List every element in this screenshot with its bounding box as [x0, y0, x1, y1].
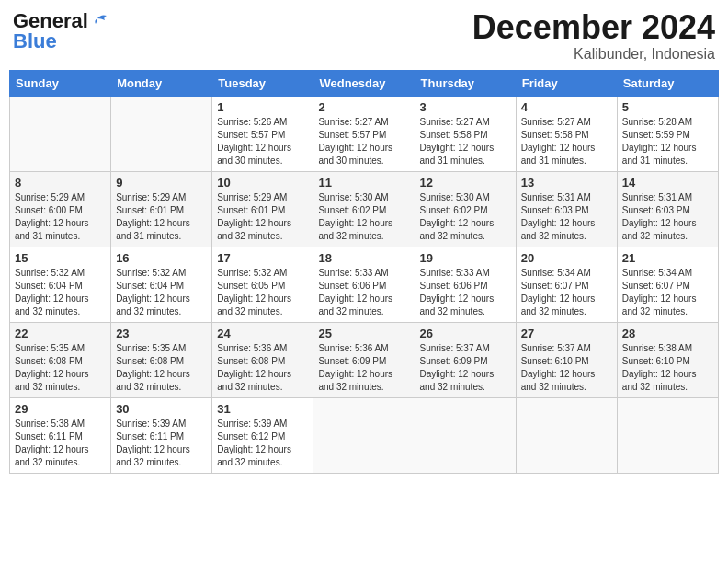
day-number: 9	[116, 176, 207, 190]
calendar-table: SundayMondayTuesdayWednesdayThursdayFrid…	[9, 70, 719, 474]
cell-content: Sunrise: 5:29 AMSunset: 6:01 PMDaylight:…	[217, 191, 308, 243]
day-number: 24	[217, 327, 308, 340]
day-number: 19	[420, 251, 511, 265]
cell-content: Sunrise: 5:39 AMSunset: 6:12 PMDaylight:…	[217, 418, 308, 469]
day-number: 18	[318, 251, 409, 265]
calendar-cell: 15Sunrise: 5:32 AMSunset: 6:04 PMDayligh…	[10, 247, 111, 322]
day-number: 1	[217, 100, 308, 114]
calendar-cell	[111, 96, 212, 171]
calendar-cell: 2Sunrise: 5:27 AMSunset: 5:57 PMDaylight…	[313, 96, 415, 171]
calendar-cell	[617, 397, 718, 473]
calendar-cell: 26Sunrise: 5:37 AMSunset: 6:09 PMDayligh…	[415, 322, 516, 397]
cell-content: Sunrise: 5:34 AMSunset: 6:07 PMDaylight:…	[622, 267, 713, 318]
location: Kalibunder, Indonesia	[472, 46, 715, 63]
calendar-cell: 11Sunrise: 5:30 AMSunset: 6:02 PMDayligh…	[313, 171, 415, 247]
calendar-cell: 13Sunrise: 5:31 AMSunset: 6:03 PMDayligh…	[516, 171, 617, 247]
day-number: 20	[521, 251, 612, 265]
day-number: 2	[318, 100, 409, 114]
calendar-cell: 16Sunrise: 5:32 AMSunset: 6:04 PMDayligh…	[111, 247, 212, 322]
weekday-header-tuesday: Tuesday	[212, 70, 313, 96]
calendar-cell: 29Sunrise: 5:38 AMSunset: 6:11 PMDayligh…	[10, 397, 111, 473]
cell-content: Sunrise: 5:38 AMSunset: 6:10 PMDaylight:…	[622, 342, 713, 394]
weekday-header-thursday: Thursday	[415, 70, 516, 96]
cell-content: Sunrise: 5:27 AMSunset: 5:57 PMDaylight:…	[318, 116, 409, 167]
day-number: 13	[521, 176, 612, 190]
calendar-cell: 17Sunrise: 5:32 AMSunset: 6:05 PMDayligh…	[212, 247, 313, 322]
logo-text-blue: Blue	[13, 29, 57, 53]
calendar-cell	[415, 397, 516, 473]
calendar-cell: 31Sunrise: 5:39 AMSunset: 6:12 PMDayligh…	[212, 397, 313, 473]
calendar-cell: 27Sunrise: 5:37 AMSunset: 6:10 PMDayligh…	[516, 322, 617, 397]
day-number: 28	[622, 327, 713, 340]
cell-content: Sunrise: 5:30 AMSunset: 6:02 PMDaylight:…	[318, 191, 409, 243]
calendar-cell: 18Sunrise: 5:33 AMSunset: 6:06 PMDayligh…	[313, 247, 415, 322]
calendar-cell	[10, 96, 111, 171]
cell-content: Sunrise: 5:29 AMSunset: 6:01 PMDaylight:…	[116, 191, 207, 243]
month-title: December 2024	[472, 9, 715, 46]
day-number: 8	[15, 176, 106, 190]
cell-content: Sunrise: 5:32 AMSunset: 6:04 PMDaylight:…	[15, 267, 106, 318]
calendar-cell: 25Sunrise: 5:36 AMSunset: 6:09 PMDayligh…	[313, 322, 415, 397]
logo: General Blue	[13, 9, 110, 53]
cell-content: Sunrise: 5:28 AMSunset: 5:59 PMDaylight:…	[622, 116, 713, 167]
cell-content: Sunrise: 5:36 AMSunset: 6:09 PMDaylight:…	[318, 342, 409, 394]
weekday-header-monday: Monday	[111, 70, 212, 96]
page-header: General Blue December 2024 Kalibunder, I…	[9, 9, 719, 63]
day-number: 23	[116, 327, 207, 340]
day-number: 14	[622, 176, 713, 190]
calendar-cell: 21Sunrise: 5:34 AMSunset: 6:07 PMDayligh…	[617, 247, 718, 322]
day-number: 3	[420, 100, 511, 114]
cell-content: Sunrise: 5:37 AMSunset: 6:10 PMDaylight:…	[521, 342, 612, 394]
day-number: 29	[15, 402, 106, 416]
day-number: 5	[622, 100, 713, 114]
cell-content: Sunrise: 5:33 AMSunset: 6:06 PMDaylight:…	[318, 267, 409, 318]
calendar-cell: 23Sunrise: 5:35 AMSunset: 6:08 PMDayligh…	[111, 322, 212, 397]
calendar-cell: 1Sunrise: 5:26 AMSunset: 5:57 PMDaylight…	[212, 96, 313, 171]
calendar-cell: 9Sunrise: 5:29 AMSunset: 6:01 PMDaylight…	[111, 171, 212, 247]
day-number: 16	[116, 251, 207, 265]
cell-content: Sunrise: 5:29 AMSunset: 6:00 PMDaylight:…	[15, 191, 106, 243]
cell-content: Sunrise: 5:27 AMSunset: 5:58 PMDaylight:…	[521, 116, 612, 167]
cell-content: Sunrise: 5:36 AMSunset: 6:08 PMDaylight:…	[217, 342, 308, 394]
day-number: 30	[116, 402, 207, 416]
cell-content: Sunrise: 5:34 AMSunset: 6:07 PMDaylight:…	[521, 267, 612, 318]
calendar-cell: 30Sunrise: 5:39 AMSunset: 6:11 PMDayligh…	[111, 397, 212, 473]
day-number: 26	[420, 327, 511, 340]
cell-content: Sunrise: 5:38 AMSunset: 6:11 PMDaylight:…	[15, 418, 106, 469]
day-number: 31	[217, 402, 308, 416]
calendar-cell	[516, 397, 617, 473]
cell-content: Sunrise: 5:31 AMSunset: 6:03 PMDaylight:…	[521, 191, 612, 243]
day-number: 4	[521, 100, 612, 114]
calendar-cell: 28Sunrise: 5:38 AMSunset: 6:10 PMDayligh…	[617, 322, 718, 397]
calendar-cell: 22Sunrise: 5:35 AMSunset: 6:08 PMDayligh…	[10, 322, 111, 397]
cell-content: Sunrise: 5:32 AMSunset: 6:04 PMDaylight:…	[116, 267, 207, 318]
calendar-cell: 20Sunrise: 5:34 AMSunset: 6:07 PMDayligh…	[516, 247, 617, 322]
day-number: 15	[15, 251, 106, 265]
cell-content: Sunrise: 5:26 AMSunset: 5:57 PMDaylight:…	[217, 116, 308, 167]
cell-content: Sunrise: 5:33 AMSunset: 6:06 PMDaylight:…	[420, 267, 511, 318]
day-number: 25	[318, 327, 409, 340]
weekday-header-wednesday: Wednesday	[313, 70, 415, 96]
day-number: 10	[217, 176, 308, 190]
cell-content: Sunrise: 5:39 AMSunset: 6:11 PMDaylight:…	[116, 418, 207, 469]
cell-content: Sunrise: 5:37 AMSunset: 6:09 PMDaylight:…	[420, 342, 511, 394]
cell-content: Sunrise: 5:30 AMSunset: 6:02 PMDaylight:…	[420, 191, 511, 243]
day-number: 27	[521, 327, 612, 340]
cell-content: Sunrise: 5:35 AMSunset: 6:08 PMDaylight:…	[15, 342, 106, 394]
day-number: 22	[15, 327, 106, 340]
calendar-cell: 14Sunrise: 5:31 AMSunset: 6:03 PMDayligh…	[617, 171, 718, 247]
calendar-cell: 10Sunrise: 5:29 AMSunset: 6:01 PMDayligh…	[212, 171, 313, 247]
calendar-cell: 12Sunrise: 5:30 AMSunset: 6:02 PMDayligh…	[415, 171, 516, 247]
day-number: 11	[318, 176, 409, 190]
weekday-header-sunday: Sunday	[10, 70, 111, 96]
day-number: 17	[217, 251, 308, 265]
calendar-cell: 4Sunrise: 5:27 AMSunset: 5:58 PMDaylight…	[516, 96, 617, 171]
calendar-cell: 8Sunrise: 5:29 AMSunset: 6:00 PMDaylight…	[10, 171, 111, 247]
title-block: December 2024 Kalibunder, Indonesia	[472, 9, 715, 63]
day-number: 21	[622, 251, 713, 265]
cell-content: Sunrise: 5:27 AMSunset: 5:58 PMDaylight:…	[420, 116, 511, 167]
weekday-header-friday: Friday	[516, 70, 617, 96]
cell-content: Sunrise: 5:35 AMSunset: 6:08 PMDaylight:…	[116, 342, 207, 394]
day-number: 12	[420, 176, 511, 190]
calendar-cell: 5Sunrise: 5:28 AMSunset: 5:59 PMDaylight…	[617, 96, 718, 171]
